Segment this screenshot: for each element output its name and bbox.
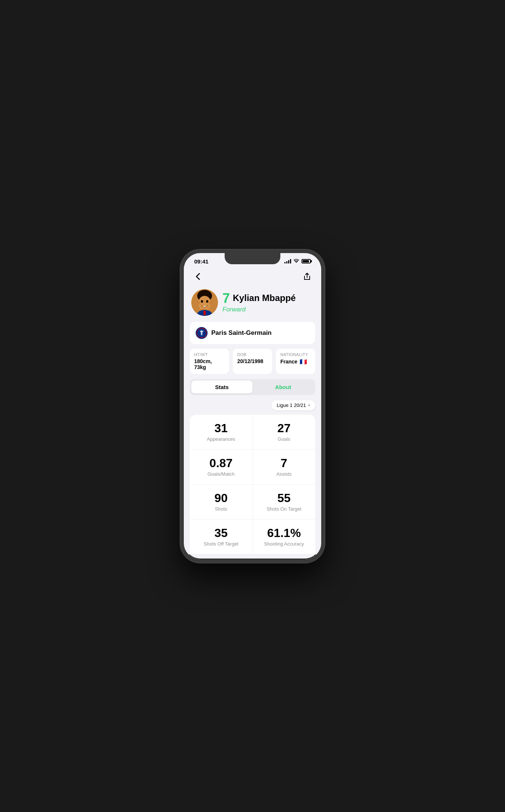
stat-assists-label: Assists — [259, 471, 310, 477]
club-name: Paris Saint-Germain — [211, 329, 272, 337]
stat-shots-off-target-label: Shots Off Target — [196, 541, 247, 547]
stat-goals-match-label: Goals/Match — [196, 471, 247, 477]
chevron-down-icon: ▾ — [308, 403, 310, 407]
player-header: 7 Kylian Mbappé Forward — [184, 288, 321, 322]
stat-assists-value: 7 — [259, 457, 310, 469]
stat-shots-on-target-label: Shots On Target — [259, 506, 310, 512]
nationality-value: France 🇫🇷 — [280, 358, 311, 365]
dob-label: DOB — [237, 352, 268, 357]
svg-point-3 — [201, 300, 203, 303]
svg-point-4 — [206, 300, 208, 303]
stat-assists: 7 Assists — [253, 450, 316, 484]
stat-shots: 90 Shots — [190, 485, 253, 519]
player-avatar — [191, 289, 218, 316]
stats-row-3: 90 Shots 55 Shots On Target — [190, 485, 315, 520]
info-cards: HT/WT 180cm, 73kg DOB 20/12/1998 Nationa… — [190, 349, 315, 374]
wifi-icon — [293, 259, 299, 264]
svg-rect-14 — [201, 332, 203, 333]
stat-shots-off-target: 35 Shots Off Target — [190, 520, 253, 554]
nationality-flag: 🇫🇷 — [300, 358, 307, 365]
stat-shooting-accuracy: 61.1% Shooting Accuracy — [253, 520, 316, 554]
share-button[interactable] — [300, 270, 314, 283]
stat-goals-match-value: 0.87 — [196, 457, 247, 469]
back-button[interactable] — [191, 270, 205, 283]
player-photo — [191, 289, 218, 316]
nationality-card: Nationality France 🇫🇷 — [276, 349, 315, 374]
tab-about[interactable]: About — [252, 381, 314, 394]
stat-goals: 27 Goals — [253, 415, 316, 449]
stats-row-2: 0.87 Goals/Match 7 Assists — [190, 450, 315, 485]
app-content: 7 Kylian Mbappé Forward — [184, 267, 321, 554]
stat-goals-match: 0.87 Goals/Match — [190, 450, 253, 484]
svg-point-6 — [209, 301, 212, 305]
stat-shooting-accuracy-label: Shooting Accuracy — [259, 541, 310, 547]
season-dropdown[interactable]: Ligue 1 20/21 ▾ — [271, 400, 315, 410]
stat-appearances-value: 31 — [196, 422, 247, 434]
player-name: Kylian Mbappé — [233, 293, 296, 303]
dob-value: 20/12/1998 — [237, 358, 268, 364]
psg-logo-icon — [196, 327, 208, 339]
ht-wt-label: HT/WT — [194, 352, 225, 357]
stats-row-4: 35 Shots Off Target 61.1% Shooting Accur… — [190, 520, 315, 554]
club-section: Paris Saint-Germain — [190, 322, 315, 344]
club-logo — [196, 327, 208, 339]
svg-point-2 — [198, 296, 211, 311]
season-selector: Ligue 1 20/21 ▾ — [184, 400, 321, 415]
dob-card: DOB 20/12/1998 — [233, 349, 272, 374]
nationality-label: Nationality — [280, 352, 311, 357]
player-number-name: 7 Kylian Mbappé Forward — [222, 292, 296, 313]
stat-shots-value: 90 — [196, 492, 247, 504]
status-icons — [284, 259, 311, 264]
stat-appearances-label: Appearances — [196, 436, 247, 442]
stat-shots-on-target-value: 55 — [259, 492, 310, 504]
phone-frame: 09:41 — [180, 249, 325, 563]
stat-goals-value: 27 — [259, 422, 310, 434]
notch — [225, 253, 280, 264]
svg-rect-9 — [203, 311, 206, 315]
stat-shooting-accuracy-value: 61.1% — [259, 527, 310, 539]
nav-bar — [184, 267, 321, 288]
tab-stats[interactable]: Stats — [191, 381, 252, 394]
season-text: Ligue 1 20/21 — [277, 402, 306, 408]
status-time: 09:41 — [194, 258, 208, 265]
player-number: 7 — [222, 292, 230, 305]
tabs-container: Stats About — [190, 379, 315, 395]
stats-row-1: 31 Appearances 27 Goals — [190, 415, 315, 450]
svg-rect-15 — [201, 333, 203, 334]
stat-shots-label: Shots — [196, 506, 247, 512]
svg-point-5 — [197, 301, 200, 305]
stat-shots-off-target-value: 35 — [196, 527, 247, 539]
stats-grid: 31 Appearances 27 Goals 0.87 Goals/Match… — [190, 415, 315, 554]
stat-appearances: 31 Appearances — [190, 415, 253, 449]
ht-wt-card: HT/WT 180cm, 73kg — [190, 349, 229, 374]
signal-icon — [284, 259, 291, 263]
player-position: Forward — [222, 306, 296, 313]
battery-icon — [302, 259, 311, 263]
stat-goals-label: Goals — [259, 436, 310, 442]
ht-wt-value: 180cm, 73kg — [194, 358, 225, 370]
stat-shots-on-target: 55 Shots On Target — [253, 485, 316, 519]
